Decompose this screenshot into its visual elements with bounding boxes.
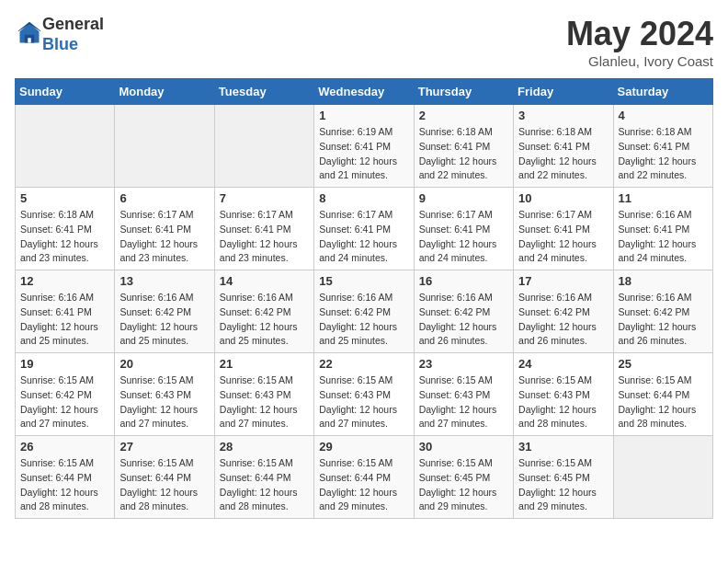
calendar-cell: 5Sunrise: 6:18 AMSunset: 6:41 PMDaylight… — [16, 188, 115, 270]
calendar-cell: 4Sunrise: 6:18 AMSunset: 6:41 PMDaylight… — [613, 105, 712, 188]
week-row-1: 1Sunrise: 6:19 AMSunset: 6:41 PMDaylight… — [16, 105, 713, 188]
day-number: 17 — [518, 274, 608, 288]
day-number: 22 — [319, 357, 408, 371]
calendar-cell: 28Sunrise: 6:15 AMSunset: 6:44 PMDayligh… — [214, 436, 313, 519]
day-number: 14 — [220, 274, 309, 288]
week-row-4: 19Sunrise: 6:15 AMSunset: 6:42 PMDayligh… — [16, 353, 713, 436]
day-number: 6 — [119, 191, 209, 205]
svg-rect-3 — [28, 38, 31, 42]
calendar-cell: 16Sunrise: 6:16 AMSunset: 6:42 PMDayligh… — [414, 270, 513, 353]
day-info: Sunrise: 6:19 AMSunset: 6:41 PMDaylight:… — [319, 125, 408, 183]
calendar-cell: 26Sunrise: 6:15 AMSunset: 6:44 PMDayligh… — [16, 436, 115, 519]
weekday-header-sunday: Sunday — [16, 79, 115, 105]
calendar-cell: 13Sunrise: 6:16 AMSunset: 6:42 PMDayligh… — [115, 270, 214, 353]
calendar-cell: 19Sunrise: 6:15 AMSunset: 6:42 PMDayligh… — [16, 353, 115, 436]
day-info: Sunrise: 6:17 AMSunset: 6:41 PMDaylight:… — [119, 208, 209, 266]
day-number: 7 — [220, 191, 309, 205]
day-number: 15 — [319, 274, 408, 288]
calendar-body: 1Sunrise: 6:19 AMSunset: 6:41 PMDaylight… — [16, 105, 713, 519]
day-number: 1 — [319, 109, 408, 122]
weekday-header-wednesday: Wednesday — [314, 79, 414, 105]
day-info: Sunrise: 6:15 AMSunset: 6:45 PMDaylight:… — [419, 456, 508, 514]
day-info: Sunrise: 6:15 AMSunset: 6:43 PMDaylight:… — [518, 373, 608, 431]
calendar-cell: 15Sunrise: 6:16 AMSunset: 6:42 PMDayligh… — [314, 270, 414, 353]
day-number: 29 — [319, 440, 408, 454]
weekday-header-thursday: Thursday — [414, 79, 513, 105]
weekday-header-monday: Monday — [115, 79, 214, 105]
month-title: May 2024 — [566, 15, 713, 53]
day-info: Sunrise: 6:15 AMSunset: 6:42 PMDaylight:… — [20, 373, 109, 431]
day-info: Sunrise: 6:17 AMSunset: 6:41 PMDaylight:… — [319, 208, 408, 266]
day-info: Sunrise: 6:15 AMSunset: 6:44 PMDaylight:… — [119, 456, 209, 514]
day-info: Sunrise: 6:15 AMSunset: 6:44 PMDaylight:… — [619, 373, 708, 431]
day-number: 25 — [619, 357, 708, 371]
calendar-cell: 12Sunrise: 6:16 AMSunset: 6:41 PMDayligh… — [16, 270, 115, 353]
day-number: 24 — [518, 357, 608, 371]
day-info: Sunrise: 6:16 AMSunset: 6:42 PMDaylight:… — [419, 291, 508, 349]
day-info: Sunrise: 6:18 AMSunset: 6:41 PMDaylight:… — [419, 125, 508, 183]
calendar-cell: 22Sunrise: 6:15 AMSunset: 6:43 PMDayligh… — [314, 353, 414, 436]
day-number: 26 — [20, 440, 109, 454]
calendar-cell: 24Sunrise: 6:15 AMSunset: 6:43 PMDayligh… — [514, 353, 613, 436]
day-info: Sunrise: 6:16 AMSunset: 6:42 PMDaylight:… — [220, 291, 309, 349]
calendar-header-row: SundayMondayTuesdayWednesdayThursdayFrid… — [16, 79, 713, 105]
day-info: Sunrise: 6:16 AMSunset: 6:41 PMDaylight:… — [20, 291, 109, 349]
calendar-cell — [115, 105, 214, 188]
day-info: Sunrise: 6:16 AMSunset: 6:41 PMDaylight:… — [619, 208, 708, 266]
calendar-cell: 8Sunrise: 6:17 AMSunset: 6:41 PMDaylight… — [314, 188, 414, 270]
day-number: 28 — [220, 440, 309, 454]
calendar-cell: 21Sunrise: 6:15 AMSunset: 6:43 PMDayligh… — [214, 353, 313, 436]
logo-icon — [17, 20, 42, 46]
day-info: Sunrise: 6:17 AMSunset: 6:41 PMDaylight:… — [518, 208, 608, 266]
day-info: Sunrise: 6:15 AMSunset: 6:43 PMDaylight:… — [419, 373, 508, 431]
day-number: 23 — [419, 357, 508, 371]
day-number: 13 — [119, 274, 209, 288]
day-number: 8 — [319, 191, 408, 205]
day-number: 20 — [119, 357, 209, 371]
day-number: 9 — [419, 191, 508, 205]
day-info: Sunrise: 6:15 AMSunset: 6:45 PMDaylight:… — [518, 456, 608, 514]
calendar-cell: 14Sunrise: 6:16 AMSunset: 6:42 PMDayligh… — [214, 270, 313, 353]
calendar-cell: 29Sunrise: 6:15 AMSunset: 6:44 PMDayligh… — [314, 436, 414, 519]
calendar-cell: 1Sunrise: 6:19 AMSunset: 6:41 PMDaylight… — [314, 105, 414, 188]
day-number: 19 — [20, 357, 109, 371]
calendar-cell: 30Sunrise: 6:15 AMSunset: 6:45 PMDayligh… — [414, 436, 513, 519]
title-block: May 2024 Glanleu, Ivory Coast — [566, 15, 713, 69]
day-info: Sunrise: 6:16 AMSunset: 6:42 PMDaylight:… — [119, 291, 209, 349]
calendar-cell: 23Sunrise: 6:15 AMSunset: 6:43 PMDayligh… — [414, 353, 513, 436]
week-row-5: 26Sunrise: 6:15 AMSunset: 6:44 PMDayligh… — [16, 436, 713, 519]
weekday-header-friday: Friday — [514, 79, 613, 105]
calendar-cell: 3Sunrise: 6:18 AMSunset: 6:41 PMDaylight… — [514, 105, 613, 188]
calendar-cell: 20Sunrise: 6:15 AMSunset: 6:43 PMDayligh… — [115, 353, 214, 436]
weekday-header-tuesday: Tuesday — [214, 79, 313, 105]
calendar-cell: 27Sunrise: 6:15 AMSunset: 6:44 PMDayligh… — [115, 436, 214, 519]
calendar-cell: 10Sunrise: 6:17 AMSunset: 6:41 PMDayligh… — [514, 188, 613, 270]
calendar-cell: 6Sunrise: 6:17 AMSunset: 6:41 PMDaylight… — [115, 188, 214, 270]
day-number: 30 — [419, 440, 508, 454]
calendar-cell — [613, 436, 712, 519]
calendar-cell: 17Sunrise: 6:16 AMSunset: 6:42 PMDayligh… — [514, 270, 613, 353]
day-number: 5 — [20, 191, 109, 205]
day-number: 10 — [518, 191, 608, 205]
logo: General Blue — [15, 15, 104, 54]
day-info: Sunrise: 6:18 AMSunset: 6:41 PMDaylight:… — [518, 125, 608, 183]
day-info: Sunrise: 6:18 AMSunset: 6:41 PMDaylight:… — [20, 208, 109, 266]
calendar-cell: 25Sunrise: 6:15 AMSunset: 6:44 PMDayligh… — [613, 353, 712, 436]
day-number: 12 — [20, 274, 109, 288]
week-row-2: 5Sunrise: 6:18 AMSunset: 6:41 PMDaylight… — [16, 188, 713, 270]
day-number: 4 — [619, 109, 708, 122]
weekday-header-saturday: Saturday — [613, 79, 712, 105]
location: Glanleu, Ivory Coast — [566, 53, 713, 69]
day-info: Sunrise: 6:16 AMSunset: 6:42 PMDaylight:… — [619, 291, 708, 349]
day-info: Sunrise: 6:15 AMSunset: 6:43 PMDaylight:… — [319, 373, 408, 431]
calendar-cell — [16, 105, 115, 188]
day-info: Sunrise: 6:17 AMSunset: 6:41 PMDaylight:… — [220, 208, 309, 266]
day-number: 3 — [518, 109, 608, 122]
day-info: Sunrise: 6:15 AMSunset: 6:44 PMDaylight:… — [220, 456, 309, 514]
day-info: Sunrise: 6:15 AMSunset: 6:44 PMDaylight:… — [20, 456, 109, 514]
day-number: 18 — [619, 274, 708, 288]
page-header: General Blue May 2024 Glanleu, Ivory Coa… — [15, 15, 713, 69]
calendar-cell: 11Sunrise: 6:16 AMSunset: 6:41 PMDayligh… — [613, 188, 712, 270]
day-number: 16 — [419, 274, 508, 288]
day-number: 2 — [419, 109, 508, 122]
